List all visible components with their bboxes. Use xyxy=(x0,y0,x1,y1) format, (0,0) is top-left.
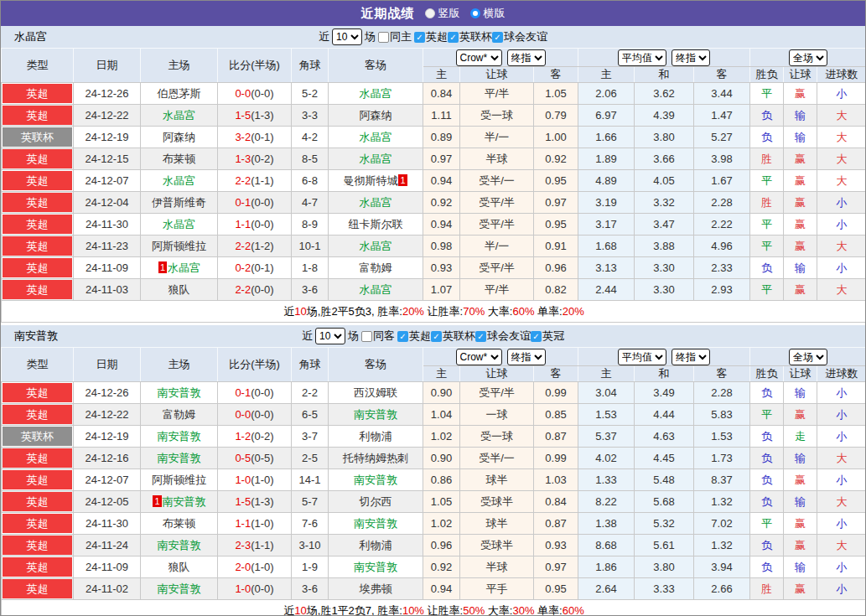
team-name-text: 纽卡斯尔联 xyxy=(349,218,403,230)
home-team[interactable]: 南安普敦 xyxy=(141,382,218,404)
header-select-0-1[interactable]: 终指 xyxy=(507,49,546,66)
halftime-score: (1-0) xyxy=(251,474,273,486)
near-label: 近 xyxy=(319,29,329,44)
league-type-cell: 英超 xyxy=(2,83,74,105)
away-team[interactable]: 纽卡斯尔联 xyxy=(329,214,423,236)
home-team[interactable]: 伊普斯维奇 xyxy=(141,192,218,214)
header-select-2-0[interactable]: 全场 xyxy=(789,49,827,66)
corner-count: 5-2 xyxy=(292,83,329,105)
away-team[interactable]: 利物浦 xyxy=(329,535,423,556)
crow-handicap: 受平/半 xyxy=(460,214,534,236)
away-team[interactable]: 南安普敦 xyxy=(329,469,423,491)
header-select-0-0[interactable]: Crow* xyxy=(456,349,502,365)
home-team[interactable]: 南安普敦 xyxy=(141,535,218,556)
away-team[interactable]: 切尔西 xyxy=(329,491,423,513)
home-team[interactable]: 富勒姆 xyxy=(141,404,218,426)
layout-option-horizontal[interactable]: 横版 xyxy=(470,6,506,21)
avg-draw-odds: 3.30 xyxy=(635,257,694,279)
away-team[interactable]: 利物浦 xyxy=(329,426,423,448)
avg-home-odds: 1.53 xyxy=(578,404,635,426)
away-team[interactable]: 曼彻斯特城1 xyxy=(329,170,423,192)
same-venue-filter[interactable]: 同主 xyxy=(378,29,412,44)
column-header: 类型 xyxy=(2,348,74,382)
header-select-1-1[interactable]: 终指 xyxy=(672,349,710,365)
home-team[interactable]: 狼队 xyxy=(141,279,218,301)
header-select-0-1[interactable]: 终指 xyxy=(507,349,546,365)
checkbox-icon[interactable]: ✓ xyxy=(414,32,425,43)
home-team[interactable]: 南安普敦 xyxy=(141,578,218,600)
away-team[interactable]: 南安普敦 xyxy=(329,404,423,426)
crow-home-odds: 0.89 xyxy=(423,127,460,148)
goals-verdict: 小 xyxy=(817,513,866,535)
checkbox-icon[interactable]: ✓ xyxy=(448,32,459,43)
crow-handicap: 受平/半 xyxy=(460,192,534,214)
league-filter-2[interactable]: ✓球会友谊 xyxy=(475,329,531,344)
halftime-score: (0-1) xyxy=(251,131,273,143)
crow-handicap: 受球半 xyxy=(460,535,534,556)
crow-home-odds: 1.05 xyxy=(423,491,460,513)
home-team[interactable]: 布莱顿 xyxy=(141,148,218,170)
home-team[interactable]: 1南安普敦 xyxy=(141,491,218,513)
home-team[interactable]: 阿斯顿维拉 xyxy=(141,469,218,491)
home-team[interactable]: 1水晶宫 xyxy=(141,257,218,279)
header-select-2-0[interactable]: 全场 xyxy=(789,349,827,365)
checkbox-icon[interactable]: ✓ xyxy=(431,331,442,342)
score-cell: 1-0(1-0) xyxy=(218,469,292,491)
avg-draw-odds: 4.45 xyxy=(635,448,694,469)
away-team[interactable]: 水晶宫 xyxy=(329,127,423,148)
crow-handicap: 受半/一 xyxy=(460,170,534,192)
home-team[interactable]: 南安普敦 xyxy=(141,426,218,448)
same-venue-filter[interactable]: 同客 xyxy=(361,329,395,344)
header-select-1-0[interactable]: 平均值 xyxy=(618,349,666,365)
away-team[interactable]: 南安普敦 xyxy=(329,556,423,578)
layout-option-vertical[interactable]: 竖版 xyxy=(425,6,460,21)
column-header: 日期 xyxy=(74,348,141,382)
league-filter-1[interactable]: ✓英联杯 xyxy=(431,329,475,344)
home-team[interactable]: 伯恩茅斯 xyxy=(141,83,218,105)
crow-home-odds: 0.92 xyxy=(423,556,460,578)
home-team[interactable]: 水晶宫 xyxy=(141,170,218,192)
match-count-select[interactable]: 10 xyxy=(315,328,345,344)
home-team[interactable]: 水晶宫 xyxy=(141,214,218,236)
radio-selected-icon[interactable] xyxy=(470,8,480,18)
result-verdict: 平 xyxy=(750,279,784,301)
header-select-1-1[interactable]: 终指 xyxy=(672,49,710,66)
crow-home-odds: 1.02 xyxy=(423,426,460,448)
away-team[interactable]: 托特纳姆热刺 xyxy=(329,448,423,469)
home-team[interactable]: 阿斯顿维拉 xyxy=(141,236,218,257)
home-team[interactable]: 南安普敦 xyxy=(141,448,218,469)
checkbox-icon[interactable]: ✓ xyxy=(492,32,503,43)
away-team[interactable]: 富勒姆 xyxy=(329,257,423,279)
checkbox-icon[interactable]: ✓ xyxy=(475,331,486,342)
league-filter-0[interactable]: ✓英超 xyxy=(414,29,448,44)
home-team[interactable]: 水晶宫 xyxy=(141,105,218,127)
crow-handicap: 受平/半 xyxy=(460,257,534,279)
column-header: 客场 xyxy=(329,348,423,382)
checkbox-icon[interactable]: ✓ xyxy=(531,331,542,342)
same-venue-checkbox[interactable] xyxy=(361,331,372,342)
header-select-0-0[interactable]: Crow* xyxy=(456,49,502,66)
radio-unselected-icon[interactable] xyxy=(425,8,435,18)
league-filter-1[interactable]: ✓英联杯 xyxy=(448,29,492,44)
away-team[interactable]: 埃弗顿 xyxy=(329,578,423,600)
league-filter-2[interactable]: ✓球会友谊 xyxy=(492,29,547,44)
away-team[interactable]: 西汉姆联 xyxy=(329,382,423,404)
same-venue-checkbox[interactable] xyxy=(378,32,389,43)
checkbox-icon[interactable]: ✓ xyxy=(397,331,408,342)
away-team[interactable]: 水晶宫 xyxy=(329,236,423,257)
away-team[interactable]: 南安普敦 xyxy=(329,513,423,535)
corner-count: 10-1 xyxy=(292,236,329,257)
home-team[interactable]: 阿森纳 xyxy=(141,127,218,148)
away-team[interactable]: 水晶宫 xyxy=(329,83,423,105)
filter-controls: 近 10 场 同客 ✓英超✓英联杯✓球会友谊✓英冠 xyxy=(302,328,564,344)
match-count-select[interactable]: 10 xyxy=(332,28,362,45)
away-team[interactable]: 水晶宫 xyxy=(329,148,423,170)
league-filter-3[interactable]: ✓英冠 xyxy=(531,329,564,344)
home-team[interactable]: 狼队 xyxy=(141,556,218,578)
league-filter-0[interactable]: ✓英超 xyxy=(397,329,431,344)
header-select-1-0[interactable]: 平均值 xyxy=(618,49,666,66)
away-team[interactable]: 阿森纳 xyxy=(329,105,423,127)
away-team[interactable]: 水晶宫 xyxy=(329,279,423,301)
away-team[interactable]: 水晶宫 xyxy=(329,192,423,214)
home-team[interactable]: 布莱顿 xyxy=(141,513,218,535)
